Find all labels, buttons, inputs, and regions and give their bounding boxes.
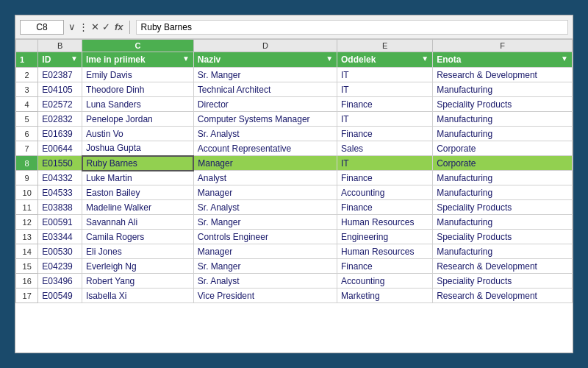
cell-department[interactable]: Sales (337, 141, 433, 156)
cell-department[interactable]: IT (337, 156, 433, 171)
cell-id[interactable]: E00591 (38, 215, 82, 230)
cell-department[interactable]: Accounting (337, 274, 433, 289)
id-dropdown-icon[interactable]: ▼ (71, 54, 78, 63)
cell-unit[interactable]: Manufacturing (433, 185, 573, 200)
table-row[interactable]: 17E00549Isabella XiVice PresidentMarketi… (16, 289, 573, 303)
cell-department[interactable]: Finance (337, 200, 433, 215)
cell-id[interactable]: E01550 (38, 156, 82, 171)
cell-unit[interactable]: Manufacturing (433, 82, 573, 97)
cell-name[interactable]: Luke Martin (82, 171, 194, 185)
cell-title[interactable]: Vice President (193, 289, 337, 303)
cell-title[interactable]: Sr. Manger (193, 215, 337, 230)
cell-name[interactable]: Joshua Gupta (82, 141, 194, 156)
cell-id[interactable]: E02387 (38, 68, 82, 82)
cell-unit[interactable]: Manufacturing (433, 244, 573, 259)
cell-department[interactable]: Human Resources (337, 244, 433, 259)
cell-unit[interactable]: Speciality Products (433, 97, 573, 112)
name-dropdown-icon[interactable]: ▼ (182, 54, 190, 63)
cell-unit[interactable]: Manufacturing (433, 215, 573, 230)
cell-title[interactable]: Account Representative (193, 141, 337, 156)
table-row[interactable]: 11E03838Madeline WalkerSr. AnalystFinanc… (16, 200, 573, 215)
cell-department[interactable]: Finance (337, 97, 433, 112)
cell-title[interactable]: Director (193, 97, 337, 112)
dept-dropdown-icon[interactable]: ▼ (421, 54, 429, 63)
cell-unit[interactable]: Research & Development (433, 68, 573, 82)
table-row[interactable]: 4E02572Luna SandersDirectorFinanceSpecia… (16, 97, 573, 112)
cell-id[interactable]: E00644 (38, 141, 82, 156)
cell-name[interactable]: Theodore Dinh (82, 82, 194, 97)
cell-title[interactable]: Technical Architect (193, 82, 337, 97)
table-row[interactable]: 6E01639Austin VoSr. AnalystFinanceManufa… (16, 127, 573, 141)
table-row[interactable]: 16E03496Robert YangSr. AnalystAccounting… (16, 274, 573, 289)
cell-id[interactable]: E00549 (38, 289, 82, 303)
cell-title[interactable]: Computer Systems Manager (193, 112, 337, 127)
table-row[interactable]: 15E04239Everleigh NgSr. MangerFinanceRes… (16, 259, 573, 274)
header-unit[interactable]: Enota ▼ (433, 52, 573, 68)
cell-reference[interactable]: C8 (20, 20, 64, 35)
cell-name[interactable]: Isabella Xi (82, 289, 194, 303)
cell-id[interactable]: E04533 (38, 185, 82, 200)
table-row[interactable]: 14E00530Eli JonesManagerHuman ResourcesM… (16, 244, 573, 259)
cell-title[interactable]: Sr. Manger (193, 68, 337, 82)
col-header-d[interactable]: D (193, 40, 337, 52)
cell-unit[interactable]: Manufacturing (433, 112, 573, 127)
cell-name[interactable]: Penelope Jordan (82, 112, 194, 127)
cell-department[interactable]: Human Resources (337, 215, 433, 230)
header-name[interactable]: Ime in priimek ▼ (82, 52, 194, 68)
cell-unit[interactable]: Corporate (433, 156, 573, 171)
col-header-b[interactable]: B (38, 40, 82, 52)
cell-title[interactable]: Manager (193, 185, 337, 200)
table-row[interactable]: 12E00591Savannah AliSr. MangerHuman Reso… (16, 215, 573, 230)
chevron-down-icon[interactable]: ∨ (68, 21, 76, 32)
cell-department[interactable]: IT (337, 68, 433, 82)
cell-name[interactable]: Easton Bailey (82, 185, 194, 200)
cell-title[interactable]: Analyst (193, 171, 337, 185)
cell-title[interactable]: Sr. Analyst (193, 127, 337, 141)
unit-dropdown-icon[interactable]: ▼ (561, 54, 568, 63)
table-row[interactable]: 2E02387Emily DavisSr. MangerITResearch &… (16, 68, 573, 82)
header-id[interactable]: ID ▼ (38, 52, 82, 68)
more-options-icon[interactable]: ⋮ (79, 21, 88, 32)
title-dropdown-icon[interactable]: ▼ (326, 54, 333, 63)
cell-title[interactable]: Manager (193, 156, 337, 171)
cell-name[interactable]: Everleigh Ng (82, 259, 194, 274)
cell-name[interactable]: Savannah Ali (82, 215, 194, 230)
cell-name[interactable]: Ruby Barnes (82, 156, 194, 171)
cell-department[interactable]: IT (337, 112, 433, 127)
header-department[interactable]: Oddelek ▼ (337, 52, 433, 68)
cell-title[interactable]: Manager (193, 244, 337, 259)
cell-name[interactable]: Luna Sanders (82, 97, 194, 112)
table-row[interactable]: 9E04332Luke MartinAnalystFinanceManufact… (16, 171, 573, 185)
table-row[interactable]: 10E04533Easton BaileyManagerAccountingMa… (16, 185, 573, 200)
table-row[interactable]: 5E02832Penelope JordanComputer Systems M… (16, 112, 573, 127)
cell-unit[interactable]: Speciality Products (433, 274, 573, 289)
cell-name[interactable]: Camila Rogers (82, 230, 194, 244)
cell-unit[interactable]: Research & Development (433, 289, 573, 303)
formula-input[interactable]: Ruby Barnes (136, 20, 568, 35)
cell-title[interactable]: Sr. Analyst (193, 200, 337, 215)
cancel-icon[interactable]: ✕ (91, 21, 99, 32)
table-row[interactable]: 8E01550Ruby BarnesManagerITCorporate (16, 156, 573, 171)
cell-id[interactable]: E02572 (38, 97, 82, 112)
cell-unit[interactable]: Research & Development (433, 259, 573, 274)
cell-unit[interactable]: Manufacturing (433, 127, 573, 141)
cell-department[interactable]: Marketing (337, 289, 433, 303)
cell-unit[interactable]: Speciality Products (433, 200, 573, 215)
cell-department[interactable]: Engineering (337, 230, 433, 244)
cell-unit[interactable]: Manufacturing (433, 171, 573, 185)
table-row[interactable]: 7E00644Joshua GuptaAccount Representativ… (16, 141, 573, 156)
cell-name[interactable]: Emily Davis (82, 68, 194, 82)
cell-name[interactable]: Eli Jones (82, 244, 194, 259)
table-row[interactable]: 13E03344Camila RogersControls EngineerEn… (16, 230, 573, 244)
confirm-icon[interactable]: ✓ (102, 21, 110, 32)
cell-id[interactable]: E04105 (38, 82, 82, 97)
cell-id[interactable]: E04239 (38, 259, 82, 274)
cell-id[interactable]: E00530 (38, 244, 82, 259)
cell-id[interactable]: E01639 (38, 127, 82, 141)
table-row[interactable]: 3E04105Theodore DinhTechnical ArchitectI… (16, 82, 573, 97)
cell-title[interactable]: Sr. Analyst (193, 274, 337, 289)
cell-unit[interactable]: Speciality Products (433, 230, 573, 244)
cell-department[interactable]: Finance (337, 259, 433, 274)
cell-department[interactable]: Finance (337, 127, 433, 141)
cell-department[interactable]: Finance (337, 171, 433, 185)
